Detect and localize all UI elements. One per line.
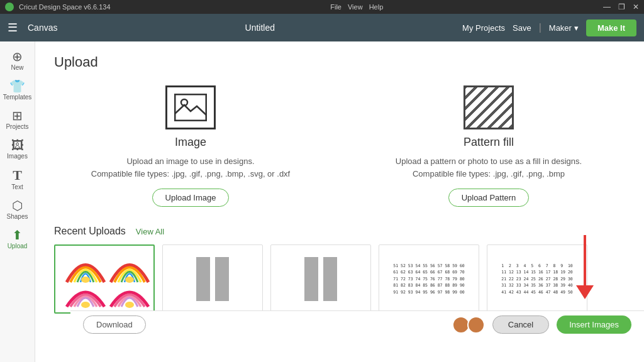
image-upload-icon-box	[165, 85, 216, 129]
sidebar-item-templates[interactable]: 👕 Templates	[2, 76, 33, 104]
sidebar-item-projects[interactable]: ⊞ Projects	[2, 106, 33, 134]
app-name: Cricut Design Space v6.6.134	[19, 3, 111, 11]
recent-uploads-title: Recent Uploads	[54, 226, 126, 237]
image-icon	[174, 94, 207, 121]
sidebar-item-upload[interactable]: ⬆ Upload	[2, 225, 33, 253]
upload-image-button[interactable]: Upload Image	[152, 189, 230, 207]
close-btn[interactable]: ✕	[633, 3, 639, 11]
app-header: ☰ Canvas Untitled My Projects Save | Mak…	[0, 14, 644, 41]
thumbnail-1[interactable]	[54, 244, 155, 314]
thumbnail-5[interactable]: 1 2 3 4 5 6 7 8 9 10 11 12 13 14 15 16 1…	[487, 244, 587, 314]
red-arrow-indicator	[576, 235, 594, 299]
images-icon: 🖼	[11, 139, 24, 151]
arrow-head	[576, 285, 594, 299]
text-icon: T	[13, 168, 22, 182]
svg-point-3	[125, 277, 134, 283]
pattern-upload-option: Pattern fill Upload a pattern or photo t…	[352, 85, 625, 207]
thumbnail-2[interactable]	[162, 244, 263, 314]
make-it-button[interactable]: Make It	[586, 19, 636, 36]
thumbnail-4[interactable]: 51 52 53 54 55 56 57 58 59 60 61 62 63 6…	[379, 244, 479, 314]
templates-icon: 👕	[9, 80, 25, 92]
svg-rect-0	[175, 94, 206, 121]
gray-bars-visual-2	[304, 245, 337, 313]
sidebar-item-images[interactable]: 🖼 Images	[2, 135, 33, 163]
thumbnails-row: 51 52 53 54 55 56 57 58 59 60 61 62 63 6…	[54, 244, 625, 314]
minimize-btn[interactable]: —	[603, 3, 611, 11]
content-area: Upload Image Upload an image to use in d…	[35, 41, 644, 362]
pattern-option-desc: Upload a pattern or photo to use as a fi…	[396, 155, 582, 180]
number-grid-2: 1 2 3 4 5 6 7 8 9 10 11 12 13 14 15 16 1…	[499, 260, 575, 298]
recent-uploads-section: Recent Uploads View All	[54, 226, 625, 314]
image-option-title: Image	[175, 136, 206, 149]
new-icon: ⊕	[12, 50, 23, 63]
upload-icon: ⬆	[12, 229, 23, 241]
svg-point-4	[81, 302, 90, 308]
title-bar: Cricut Design Space v6.6.134 File View H…	[0, 0, 644, 14]
shapes-icon: ⬡	[12, 199, 23, 212]
app-logo	[5, 3, 14, 11]
arrow-line	[584, 235, 586, 285]
sidebar-item-text[interactable]: T Text	[2, 165, 33, 194]
sidebar-item-shapes[interactable]: ⬡ Shapes	[2, 195, 33, 224]
gray-bar-1	[196, 257, 210, 301]
maker-dropdown[interactable]: Maker ▾	[549, 23, 579, 33]
bottom-action-bar: Download Cancel Insert Images	[70, 310, 644, 338]
image-upload-option: Image Upload an image to use in designs.…	[54, 85, 327, 207]
page-title: Upload	[54, 54, 625, 70]
number-grid-1: 51 52 53 54 55 56 57 58 59 60 61 62 63 6…	[391, 260, 467, 298]
view-all-link[interactable]: View All	[136, 227, 164, 236]
sidebar: ⊕ New 👕 Templates ⊞ Projects 🖼 Images T …	[0, 41, 35, 362]
upload-pattern-button[interactable]: Upload Pattern	[448, 189, 530, 207]
hamburger-menu[interactable]: ☰	[8, 21, 18, 35]
cancel-button[interactable]: Cancel	[492, 315, 549, 334]
rainbow-thumbnail	[57, 248, 152, 310]
pattern-upload-icon-box	[464, 85, 514, 129]
maximize-btn[interactable]: ❐	[618, 3, 625, 11]
main-layout: ⊕ New 👕 Templates ⊞ Projects 🖼 Images T …	[0, 41, 644, 362]
avatar-2	[467, 316, 485, 334]
my-projects-button[interactable]: My Projects	[462, 23, 505, 33]
canvas-label: Canvas	[28, 23, 57, 33]
sidebar-item-new[interactable]: ⊕ New	[2, 47, 33, 75]
projects-icon: ⊞	[12, 109, 23, 122]
download-button[interactable]: Download	[83, 315, 146, 334]
pattern-stripes-visual	[465, 87, 512, 128]
avatar-pair	[452, 316, 485, 334]
insert-images-button[interactable]: Insert Images	[557, 315, 631, 334]
svg-point-2	[81, 277, 90, 283]
menu-bar: File View Help	[330, 3, 383, 11]
pattern-option-title: Pattern fill	[464, 136, 514, 149]
menu-help[interactable]: Help	[369, 3, 384, 11]
gray-bars-visual	[196, 245, 229, 313]
gray-bar-2	[215, 257, 229, 301]
svg-point-5	[125, 302, 134, 308]
save-button[interactable]: Save	[513, 23, 531, 33]
chevron-down-icon: ▾	[574, 23, 579, 33]
project-title: Untitled	[67, 23, 452, 33]
gray-bar-3	[304, 257, 318, 301]
menu-view[interactable]: View	[348, 3, 363, 11]
gray-bar-4	[323, 257, 337, 301]
upload-options: Image Upload an image to use in designs.…	[54, 85, 625, 207]
image-option-desc: Upload an image to use in designs. Compa…	[91, 155, 290, 180]
thumbnail-3[interactable]	[270, 244, 371, 314]
menu-file[interactable]: File	[330, 3, 341, 11]
